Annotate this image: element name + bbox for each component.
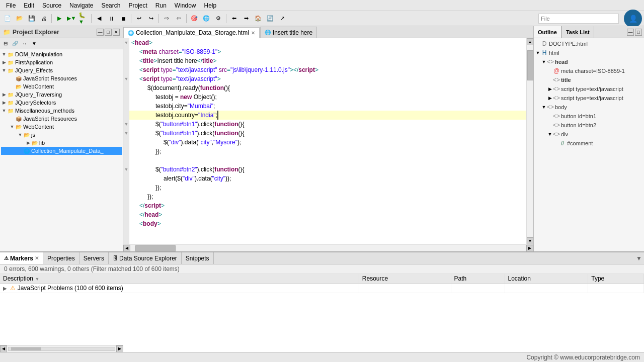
redo-button[interactable]: ↪ [145,13,156,24]
prev-button[interactable]: ◀ [94,13,105,24]
data-source-explorer-tab[interactable]: 🗄 Data Source Explorer [109,252,182,264]
new-button[interactable]: 📄 [2,13,13,24]
tree-item-jsres2[interactable]: 📦 JavaScript Resources [1,115,122,123]
hscroll-right-btn[interactable]: ▶ [116,345,123,352]
tree-item-jqe[interactable]: ▼ 📁 JQuery_Effects [1,66,122,74]
hscroll-left-button[interactable]: ◀ [123,245,130,252]
run-button[interactable]: ▶ [54,13,65,24]
toggle-icon[interactable]: ▼ [1,108,7,114]
col-location[interactable]: Location [505,274,588,284]
maximize-button[interactable]: □ [105,29,112,36]
col-resource[interactable]: Resource [359,274,451,284]
markers-tab[interactable]: ⚠ Markers ✕ [0,252,43,264]
outline-item-btn1[interactable]: <> button id=btn1 [535,112,643,121]
undo-button[interactable]: ↩ [133,13,144,24]
code-content[interactable]: ▼ ▼ ▼ ▼ ▼ [123,38,533,244]
scroll-down-button[interactable]: ▼ [527,237,534,244]
servers-tab[interactable]: Servers [79,252,109,264]
col-path[interactable]: Path [451,274,505,284]
hscroll-thumb[interactable] [135,245,176,251]
properties-tab[interactable]: Properties [43,252,79,264]
markers-tab-close[interactable]: ✕ [35,255,39,261]
hscroll-left-btn[interactable]: ◀ [0,345,7,352]
debug-button[interactable]: 🐛▼ [78,13,89,24]
task-list-tab[interactable]: Task List [562,26,594,38]
outline-item-btn2[interactable]: <> button id=btn2 [535,121,643,130]
tree-item-wc2[interactable]: ▼ 📂 WebContent [1,123,122,131]
toggle-icon[interactable] [9,116,15,122]
target-button[interactable]: 🎯 [189,13,200,24]
menu-edit[interactable]: Edit [20,1,38,10]
prev-err-button[interactable]: ⇦ [173,13,184,24]
gutter-line[interactable]: ▼ [123,38,129,47]
back-button[interactable]: ⬅ [228,13,239,24]
bottom-panel-menu[interactable]: ▼ [636,255,642,262]
outline-item-doctype[interactable]: D DOCTYPE:html [535,39,643,48]
minimize-button[interactable]: — [97,29,104,36]
tree-item-jqs[interactable]: ▶ 📁 JQuerySelectors [1,99,122,107]
tree-item-wc1[interactable]: 📂 WebContent [1,82,122,90]
close-panel-button[interactable]: ✕ [113,29,120,36]
tree-item-lib[interactable]: ▶ 📂 lib [1,139,122,147]
menu-source[interactable]: Source [38,1,65,10]
maximize-outline-button[interactable]: □ [635,29,642,36]
quick-access-input[interactable] [538,14,619,24]
outline-toggle[interactable]: ▼ [535,50,541,55]
hscroll-thumb[interactable] [11,347,41,350]
toggle-icon[interactable]: ▶ [1,100,7,106]
forward-button[interactable]: ➡ [240,13,252,24]
toggle-icon[interactable]: ▼ [17,132,23,138]
horizontal-scrollbar[interactable]: ◀ ▶ [123,244,533,251]
outline-item-body[interactable]: ▼ <> body [535,103,643,112]
tree-item-jqt[interactable]: ▶ 📁 JQuery_Traversing [1,90,122,99]
tree-item-dom[interactable]: ▼ 📁 DOM_Manipulation [1,50,122,58]
gutter-line[interactable]: ▼ [123,129,129,138]
outline-item-div[interactable]: ▼ <> div [535,130,643,139]
tree-item-js[interactable]: ▼ 📂 js [1,131,122,139]
hscroll-track[interactable] [130,245,526,252]
toggle-icon[interactable] [9,75,15,81]
outline-toggle[interactable]: ▶ [547,96,553,101]
outline-item-title[interactable]: <> title [535,75,643,84]
project-hscroll[interactable]: ◀ ▶ [0,345,123,352]
col-description[interactable]: Description ▼ [0,274,359,284]
toggle-icon[interactable]: ▼ [9,124,15,130]
sync-button[interactable]: ↔ [20,39,29,48]
outline-item-comment[interactable]: // #comment [535,139,643,148]
open-button[interactable]: 📂 [14,13,25,24]
collapse-all-button[interactable]: ⊟ [1,39,10,48]
menu-navigate[interactable]: Navigate [65,1,97,10]
menu-project[interactable]: Project [124,1,151,10]
pause-button[interactable]: ⏸ [106,13,117,24]
toggle-icon[interactable] [9,83,15,89]
external-button[interactable]: ↗ [277,13,288,24]
save-button[interactable]: 💾 [26,13,37,24]
expand-icon[interactable]: ▶ [3,286,7,291]
scroll-track[interactable] [527,45,534,237]
toggle-icon[interactable]: ▶ [1,59,7,65]
snippets-tab[interactable]: Snippets [182,252,214,264]
tree-item-misc[interactable]: ▼ 📁 Miscellaneous_methods [1,107,122,115]
minimize-outline-button[interactable]: — [627,29,634,36]
outline-toggle[interactable]: ▼ [547,132,553,137]
refresh-button[interactable]: 🔄 [265,13,276,24]
toggle-icon[interactable]: ▼ [1,51,7,57]
settings-button[interactable]: ⚙ [213,13,224,24]
gutter-line[interactable]: ▼ [123,165,129,174]
menu-file[interactable]: File [2,1,20,10]
toggle-icon[interactable]: ▶ [25,140,31,146]
outline-item-script2[interactable]: ▶ <> script type=text/javascript [535,94,643,103]
stop-button[interactable]: ⏹ [118,13,129,24]
hscroll-track[interactable] [8,347,115,351]
outline-tab[interactable]: Outline [534,26,561,38]
menu-window[interactable]: Window [171,1,200,10]
outline-item-html[interactable]: ▼ H html [535,48,643,57]
tab-close-button[interactable]: ✕ [251,30,255,36]
menu-run[interactable]: Run [151,1,171,10]
menu-help[interactable]: Help [200,1,221,10]
outline-toggle[interactable]: ▼ [541,59,547,64]
hscroll-right-button[interactable]: ▶ [526,245,533,252]
vertical-scrollbar[interactable]: ▲ ▼ [526,38,533,244]
tree-item-collection[interactable]: 🌐 Collection_Manipulate_Data_ [1,147,122,155]
link-editor-button[interactable]: 🔗 [11,39,20,48]
